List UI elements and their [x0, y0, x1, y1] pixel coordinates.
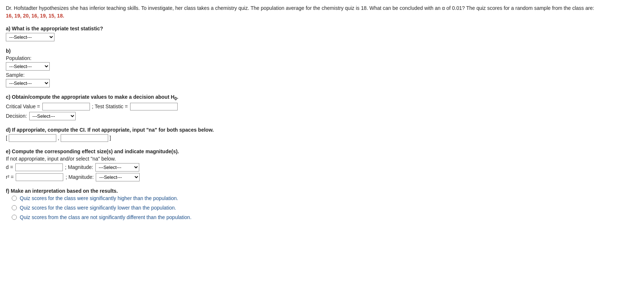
radio-not-different[interactable] — [12, 215, 17, 220]
population-select[interactable]: ---Select--- μ σ x̄ s p p̂ r ρ — [6, 62, 50, 71]
radio-option-lower: Quiz scores for the class were significa… — [12, 205, 638, 211]
d-row: d = ; Magnitude: ---Select--- na small m… — [6, 163, 638, 172]
radio-lower-label: Quiz scores for the class were significa… — [20, 205, 176, 211]
ci-row: [ , ] — [6, 134, 638, 142]
decision-label: Decision: — [6, 113, 27, 119]
radio-option-not-different: Quiz scores from the class are not signi… — [12, 214, 638, 220]
d-label: d = — [6, 164, 13, 170]
section-e-sublabel: If not appropriate, input and/or select … — [6, 156, 638, 162]
radio-higher[interactable] — [12, 196, 17, 201]
problem-intro: Dr. Hofstadter hypothesizes she has infe… — [6, 4, 638, 20]
magnitude-r2-select[interactable]: ---Select--- na small medium large — [96, 173, 140, 181]
section-f-label: f) Make an interpretation based on the r… — [6, 188, 638, 194]
ci-lower-input[interactable] — [9, 134, 56, 142]
r2-label: r² = — [6, 174, 14, 180]
h0-sub: 0 — [174, 96, 177, 101]
decision-row: Decision: ---Select--- Reject H0 Fail to… — [6, 112, 638, 120]
test-statistic-input[interactable] — [130, 103, 178, 110]
section-a: a) What is the appropriate test statisti… — [6, 26, 638, 41]
ci-comma: , — [58, 135, 59, 141]
section-d-label: d) If appropriate, compute the CI. If no… — [6, 127, 638, 133]
magnitude-r2-label: ; Magnitude: — [65, 174, 94, 180]
critical-value-row: Critical Value = ; Test Statistic = — [6, 103, 638, 110]
radio-higher-label: Quiz scores for the class were significa… — [20, 195, 178, 201]
critical-value-input[interactable] — [42, 103, 90, 110]
radio-lower[interactable] — [12, 205, 17, 210]
test-statistic-label: ; Test Statistic = — [92, 104, 128, 109]
section-e: e) Compute the corresponding effect size… — [6, 148, 638, 181]
decision-select[interactable]: ---Select--- Reject H0 Fail to Reject H0 — [29, 112, 76, 120]
radio-not-different-label: Quiz scores from the class are not signi… — [20, 214, 192, 220]
r2-input[interactable] — [16, 173, 63, 181]
section-a-label: a) What is the appropriate test statisti… — [6, 26, 638, 31]
data-values: 16, 19, 20, 16, 19, 15, 18. — [6, 13, 64, 19]
sample-select[interactable]: ---Select--- μ σ x̄ s p p̂ r ρ — [6, 79, 50, 87]
section-c: c) Obtain/compute the appropriate values… — [6, 94, 638, 120]
section-b-label: b) — [6, 48, 638, 54]
magnitude-d-label: ; Magnitude: — [65, 164, 93, 170]
ci-open-bracket: [ — [6, 135, 7, 141]
section-e-label: e) Compute the corresponding effect size… — [6, 148, 638, 154]
magnitude-d-select[interactable]: ---Select--- na small medium large — [95, 163, 139, 172]
ci-upper-input[interactable] — [61, 134, 108, 142]
section-c-label: c) Obtain/compute the appropriate values… — [6, 94, 638, 101]
r2-row: r² = ; Magnitude: ---Select--- na small … — [6, 173, 638, 181]
section-b: b) Population: ---Select--- μ σ x̄ s p p… — [6, 48, 638, 87]
sample-label: Sample: — [6, 72, 638, 78]
critical-value-label: Critical Value = — [6, 104, 40, 109]
test-statistic-select[interactable]: ---Select--- z t chi-square One-Way ANOV… — [6, 33, 54, 41]
radio-option-higher: Quiz scores for the class were significa… — [12, 195, 638, 201]
section-f: f) Make an interpretation based on the r… — [6, 188, 638, 220]
intro-text: Dr. Hofstadter hypothesizes she has infe… — [6, 5, 594, 11]
population-label: Population: — [6, 55, 638, 61]
section-d: d) If appropriate, compute the CI. If no… — [6, 127, 638, 142]
d-input[interactable] — [15, 163, 63, 171]
ci-close-bracket: ] — [110, 135, 111, 141]
